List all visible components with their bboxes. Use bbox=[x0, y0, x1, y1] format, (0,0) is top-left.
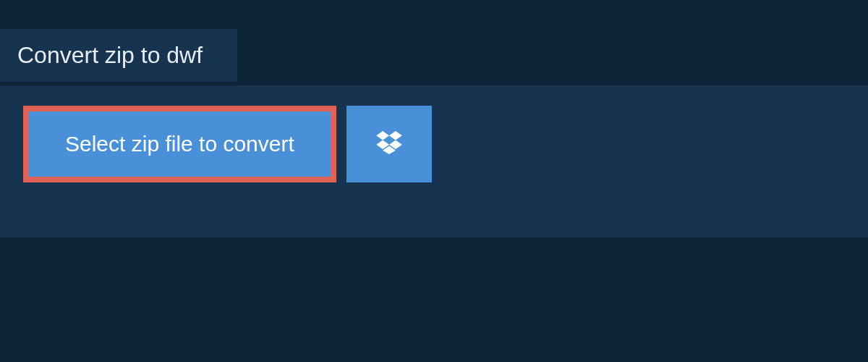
select-file-label: Select zip file to convert bbox=[65, 132, 294, 156]
conversion-panel: Select zip file to convert bbox=[0, 85, 868, 237]
dropbox-icon bbox=[376, 131, 402, 157]
button-row: Select zip file to convert bbox=[23, 106, 845, 182]
tab-label: Convert zip to dwf bbox=[17, 42, 203, 68]
tab-convert[interactable]: Convert zip to dwf bbox=[0, 29, 237, 82]
dropbox-button[interactable] bbox=[346, 106, 432, 182]
select-file-button[interactable]: Select zip file to convert bbox=[23, 106, 336, 182]
